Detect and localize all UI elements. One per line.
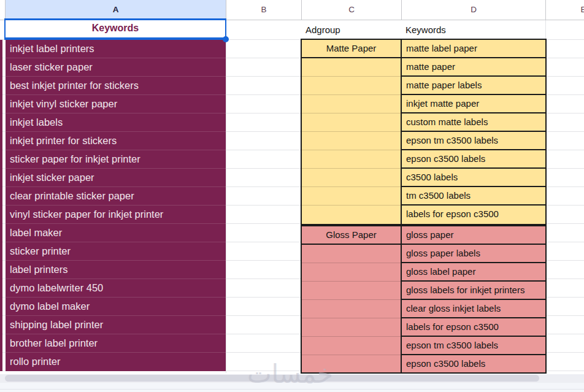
cell-keyword[interactable]: rollo printer: [6, 353, 226, 371]
gridline: [301, 0, 302, 20]
gridline: [226, 0, 226, 20]
cell-keyword[interactable]: inkjet label printers: [6, 40, 226, 58]
column-header-d[interactable]: D: [402, 0, 545, 19]
cell-empty[interactable]: [302, 206, 401, 224]
column-header-a[interactable]: A: [6, 0, 226, 19]
gridline: [545, 0, 546, 20]
cell-keyword[interactable]: brother label printer: [6, 334, 226, 353]
cell-empty[interactable]: [302, 150, 401, 169]
cell-adgroup-name[interactable]: Gloss Paper: [302, 226, 401, 245]
cell-adgroup-keyword[interactable]: epson c3500 labels: [402, 150, 545, 169]
cell-empty[interactable]: [302, 113, 401, 132]
cell-empty[interactable]: [302, 300, 401, 318]
cell-keyword[interactable]: inkjet sticker paper: [6, 169, 226, 187]
cell-keyword[interactable]: shipping label printer: [6, 316, 226, 334]
gridline: [226, 0, 226, 373]
cell-keyword[interactable]: inkjet vinyl sticker paper: [6, 95, 226, 113]
cell-adgroup-keyword[interactable]: epson tm c3500 labels: [402, 132, 545, 150]
spreadsheet: A B C D E Adgroup Keywords Keywords inkj…: [0, 0, 584, 392]
cell-adgroup-keyword[interactable]: epson c3500 labels: [402, 355, 545, 374]
cell-adgroup-keyword[interactable]: custom matte labels: [402, 113, 545, 132]
cell-keyword[interactable]: inkjet printer for stickers: [6, 132, 226, 150]
cell-empty[interactable]: [302, 263, 401, 282]
cell-adgroup-keyword[interactable]: gloss label paper: [402, 263, 545, 282]
cell-keyword[interactable]: laser sticker paper: [6, 58, 226, 77]
column-header-c[interactable]: C: [302, 0, 401, 19]
cell-empty[interactable]: [302, 282, 401, 300]
cell-keyword[interactable]: label printers: [6, 261, 226, 279]
cell-adgroup-keyword[interactable]: gloss labels for inkjet printers: [402, 282, 545, 300]
cell-adgroup-name[interactable]: Matte Paper: [302, 40, 401, 58]
cell-empty[interactable]: [302, 132, 401, 150]
adgroup-matte-block: Matte Paper: [301, 39, 402, 225]
cell-adgroup-keyword[interactable]: gloss paper: [402, 226, 545, 245]
cell-adgroup-keyword[interactable]: gloss paper labels: [402, 245, 545, 263]
cell-adgroup-keyword[interactable]: labels for epson c3500: [402, 318, 545, 337]
gridline: [0, 389, 584, 390]
column-header-e[interactable]: E: [546, 0, 584, 19]
gridline: [401, 0, 402, 20]
cell-keyword[interactable]: label maker: [6, 224, 226, 242]
cell-adgroup-header[interactable]: Adgroup: [301, 20, 401, 39]
gridline: [5, 0, 6, 20]
cell-adgroup-keyword[interactable]: clear gloss inkjet labels: [402, 300, 545, 318]
cell-keyword[interactable]: vinyl sticker paper for inkjet printer: [6, 206, 226, 224]
cell-adgroup-keyword[interactable]: c3500 labels: [402, 169, 545, 187]
cell-keyword[interactable]: inkjet labels: [6, 113, 226, 132]
cell-empty[interactable]: [302, 95, 401, 113]
cell-empty[interactable]: [302, 58, 401, 77]
cell-keyword[interactable]: best inkjet printer for stickers: [6, 77, 226, 95]
matte-keywords-block: matte label paper matte paper matte pape…: [401, 39, 547, 225]
cell-keyword[interactable]: dymo labelwriter 450: [6, 279, 226, 298]
keyword-column: inkjet label printers laser sticker pape…: [6, 40, 226, 371]
cell-empty[interactable]: [302, 245, 401, 263]
cell-empty[interactable]: [302, 77, 401, 95]
cell-adgroup-keyword[interactable]: matte paper: [402, 58, 545, 77]
fill-handle[interactable]: [223, 36, 229, 42]
cell-empty[interactable]: [302, 169, 401, 187]
selected-cell-keywords[interactable]: Keywords: [4, 19, 226, 40]
cell-adgroup-keyword[interactable]: inkjet matte paper: [402, 95, 545, 113]
cell-adgroup-keyword[interactable]: matte paper labels: [402, 77, 545, 95]
cell-adgroup-keyword[interactable]: epson tm c3500 labels: [402, 337, 545, 355]
cell-empty[interactable]: [302, 318, 401, 337]
cell-keywords-header[interactable]: Keywords: [401, 20, 545, 39]
khamsat-watermark: خمسات: [238, 359, 342, 389]
cell-keyword[interactable]: clear printable sticker paper: [6, 187, 226, 206]
adgroup-gloss-block: Gloss Paper: [301, 225, 402, 374]
cell-adgroup-keyword[interactable]: matte label paper: [402, 40, 545, 58]
column-header-b[interactable]: B: [226, 0, 301, 19]
gloss-keywords-block: gloss paper gloss paper labels gloss lab…: [401, 225, 547, 374]
cropped-column-edge: [0, 40, 2, 371]
cell-empty[interactable]: [302, 337, 401, 355]
cell-keyword[interactable]: dymo label maker: [6, 298, 226, 316]
cell-adgroup-keyword[interactable]: tm c3500 labels: [402, 187, 545, 206]
cell-empty[interactable]: [302, 187, 401, 206]
cell-keyword[interactable]: sticker paper for inkjet printer: [6, 150, 226, 169]
cell-keyword[interactable]: sticker printer: [6, 242, 226, 261]
cell-adgroup-keyword[interactable]: labels for epson c3500: [402, 206, 545, 224]
